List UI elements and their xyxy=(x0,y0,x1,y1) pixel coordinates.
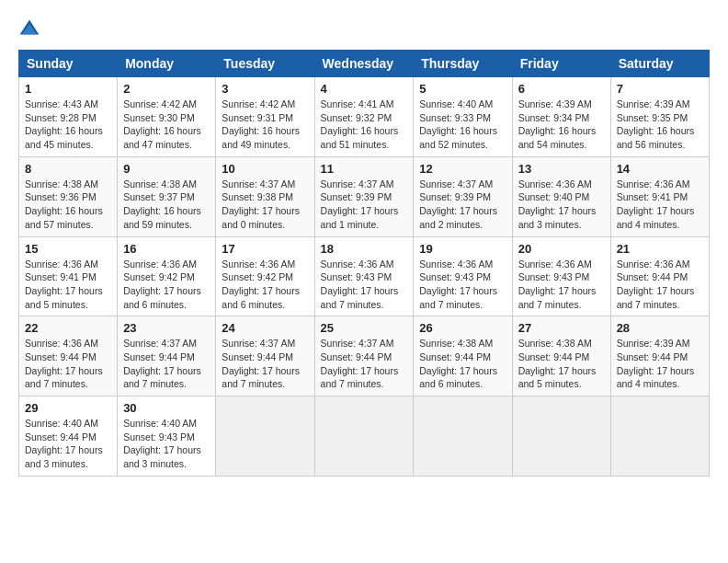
calendar-week-1: 1Sunrise: 4:43 AMSunset: 9:28 PMDaylight… xyxy=(19,77,710,157)
calendar-header-row: SundayMondayTuesdayWednesdayThursdayFrid… xyxy=(19,51,710,77)
calendar-cell: 15Sunrise: 4:36 AMSunset: 9:41 PMDayligh… xyxy=(19,236,118,316)
day-number: 16 xyxy=(123,242,210,256)
calendar-cell xyxy=(414,396,512,477)
day-number: 13 xyxy=(518,162,605,176)
day-number: 23 xyxy=(123,321,210,335)
calendar-header-tuesday: Tuesday xyxy=(216,51,314,77)
day-number: 4 xyxy=(321,82,408,96)
day-number: 9 xyxy=(123,162,210,176)
day-info: Sunrise: 4:37 AMSunset: 9:44 PMDaylight:… xyxy=(321,337,408,391)
day-info: Sunrise: 4:36 AMSunset: 9:40 PMDaylight:… xyxy=(518,178,605,232)
day-number: 19 xyxy=(419,242,506,256)
day-info: Sunrise: 4:36 AMSunset: 9:44 PMDaylight:… xyxy=(25,337,111,391)
calendar-cell: 20Sunrise: 4:36 AMSunset: 9:43 PMDayligh… xyxy=(512,236,610,316)
day-info: Sunrise: 4:39 AMSunset: 9:35 PMDaylight:… xyxy=(617,98,703,152)
day-info: Sunrise: 4:37 AMSunset: 9:39 PMDaylight:… xyxy=(419,178,506,232)
calendar-cell: 17Sunrise: 4:36 AMSunset: 9:42 PMDayligh… xyxy=(216,236,314,316)
calendar-cell: 26Sunrise: 4:38 AMSunset: 9:44 PMDayligh… xyxy=(414,316,512,396)
calendar-cell: 3Sunrise: 4:42 AMSunset: 9:31 PMDaylight… xyxy=(216,77,314,157)
day-number: 26 xyxy=(419,321,506,335)
day-info: Sunrise: 4:40 AMSunset: 9:33 PMDaylight:… xyxy=(419,98,506,152)
header xyxy=(18,18,710,40)
day-info: Sunrise: 4:40 AMSunset: 9:44 PMDaylight:… xyxy=(25,417,111,471)
day-number: 5 xyxy=(419,82,506,96)
day-number: 22 xyxy=(25,321,111,335)
day-info: Sunrise: 4:39 AMSunset: 9:44 PMDaylight:… xyxy=(617,337,703,391)
calendar-cell: 24Sunrise: 4:37 AMSunset: 9:44 PMDayligh… xyxy=(216,316,314,396)
day-number: 11 xyxy=(321,162,408,176)
day-number: 21 xyxy=(617,242,703,256)
calendar-cell: 22Sunrise: 4:36 AMSunset: 9:44 PMDayligh… xyxy=(19,316,118,396)
day-number: 2 xyxy=(123,82,210,96)
calendar-cell: 16Sunrise: 4:36 AMSunset: 9:42 PMDayligh… xyxy=(118,236,216,316)
day-info: Sunrise: 4:38 AMSunset: 9:37 PMDaylight:… xyxy=(123,178,210,232)
day-number: 8 xyxy=(25,162,111,176)
day-number: 28 xyxy=(617,321,703,335)
calendar-cell: 29Sunrise: 4:40 AMSunset: 9:44 PMDayligh… xyxy=(19,396,118,477)
day-info: Sunrise: 4:39 AMSunset: 9:34 PMDaylight:… xyxy=(518,98,605,152)
calendar-cell: 28Sunrise: 4:39 AMSunset: 9:44 PMDayligh… xyxy=(610,316,709,396)
day-number: 12 xyxy=(419,162,506,176)
calendar-cell: 9Sunrise: 4:38 AMSunset: 9:37 PMDaylight… xyxy=(118,156,216,236)
day-number: 14 xyxy=(617,162,703,176)
day-info: Sunrise: 4:36 AMSunset: 9:44 PMDaylight:… xyxy=(617,258,703,312)
day-info: Sunrise: 4:42 AMSunset: 9:30 PMDaylight:… xyxy=(123,98,210,152)
calendar-cell: 21Sunrise: 4:36 AMSunset: 9:44 PMDayligh… xyxy=(610,236,709,316)
day-info: Sunrise: 4:38 AMSunset: 9:44 PMDaylight:… xyxy=(518,337,605,391)
calendar-body: 1Sunrise: 4:43 AMSunset: 9:28 PMDaylight… xyxy=(19,77,710,477)
calendar-cell xyxy=(314,396,414,477)
day-info: Sunrise: 4:43 AMSunset: 9:28 PMDaylight:… xyxy=(25,98,111,152)
calendar-cell: 25Sunrise: 4:37 AMSunset: 9:44 PMDayligh… xyxy=(314,316,414,396)
calendar-week-5: 29Sunrise: 4:40 AMSunset: 9:44 PMDayligh… xyxy=(19,396,710,477)
calendar-header-saturday: Saturday xyxy=(610,51,709,77)
calendar-cell: 13Sunrise: 4:36 AMSunset: 9:40 PMDayligh… xyxy=(512,156,610,236)
day-info: Sunrise: 4:37 AMSunset: 9:44 PMDaylight:… xyxy=(222,337,308,391)
calendar-table: SundayMondayTuesdayWednesdayThursdayFrid… xyxy=(18,50,710,477)
day-info: Sunrise: 4:36 AMSunset: 9:41 PMDaylight:… xyxy=(25,258,111,312)
calendar-header-friday: Friday xyxy=(512,51,610,77)
day-number: 6 xyxy=(518,82,605,96)
day-info: Sunrise: 4:37 AMSunset: 9:39 PMDaylight:… xyxy=(321,178,408,232)
day-number: 1 xyxy=(25,82,111,96)
day-number: 29 xyxy=(25,401,111,415)
calendar-cell xyxy=(216,396,314,477)
day-info: Sunrise: 4:36 AMSunset: 9:42 PMDaylight:… xyxy=(222,258,308,312)
calendar-cell: 7Sunrise: 4:39 AMSunset: 9:35 PMDaylight… xyxy=(610,77,709,157)
day-number: 20 xyxy=(518,242,605,256)
day-number: 7 xyxy=(617,82,703,96)
day-number: 10 xyxy=(222,162,308,176)
calendar-week-4: 22Sunrise: 4:36 AMSunset: 9:44 PMDayligh… xyxy=(19,316,710,396)
calendar-cell: 12Sunrise: 4:37 AMSunset: 9:39 PMDayligh… xyxy=(414,156,512,236)
day-info: Sunrise: 4:36 AMSunset: 9:42 PMDaylight:… xyxy=(123,258,210,312)
day-number: 15 xyxy=(25,242,111,256)
calendar-cell: 30Sunrise: 4:40 AMSunset: 9:43 PMDayligh… xyxy=(118,396,216,477)
calendar-cell: 1Sunrise: 4:43 AMSunset: 9:28 PMDaylight… xyxy=(19,77,118,157)
calendar-cell: 11Sunrise: 4:37 AMSunset: 9:39 PMDayligh… xyxy=(314,156,414,236)
day-number: 30 xyxy=(123,401,210,415)
calendar-cell: 8Sunrise: 4:38 AMSunset: 9:36 PMDaylight… xyxy=(19,156,118,236)
calendar-cell: 18Sunrise: 4:36 AMSunset: 9:43 PMDayligh… xyxy=(314,236,414,316)
day-number: 24 xyxy=(222,321,308,335)
day-number: 3 xyxy=(222,82,308,96)
day-info: Sunrise: 4:37 AMSunset: 9:38 PMDaylight:… xyxy=(222,178,308,232)
day-info: Sunrise: 4:41 AMSunset: 9:32 PMDaylight:… xyxy=(321,98,408,152)
logo xyxy=(18,18,44,40)
calendar-cell: 27Sunrise: 4:38 AMSunset: 9:44 PMDayligh… xyxy=(512,316,610,396)
day-info: Sunrise: 4:40 AMSunset: 9:43 PMDaylight:… xyxy=(123,417,210,471)
calendar-cell: 2Sunrise: 4:42 AMSunset: 9:30 PMDaylight… xyxy=(118,77,216,157)
day-info: Sunrise: 4:38 AMSunset: 9:36 PMDaylight:… xyxy=(25,178,111,232)
calendar-cell: 4Sunrise: 4:41 AMSunset: 9:32 PMDaylight… xyxy=(314,77,414,157)
calendar-header-monday: Monday xyxy=(118,51,216,77)
day-info: Sunrise: 4:36 AMSunset: 9:43 PMDaylight:… xyxy=(321,258,408,312)
calendar-week-2: 8Sunrise: 4:38 AMSunset: 9:36 PMDaylight… xyxy=(19,156,710,236)
day-info: Sunrise: 4:42 AMSunset: 9:31 PMDaylight:… xyxy=(222,98,308,152)
calendar-header-sunday: Sunday xyxy=(19,51,118,77)
day-info: Sunrise: 4:36 AMSunset: 9:43 PMDaylight:… xyxy=(419,258,506,312)
day-info: Sunrise: 4:37 AMSunset: 9:44 PMDaylight:… xyxy=(123,337,210,391)
calendar-cell: 23Sunrise: 4:37 AMSunset: 9:44 PMDayligh… xyxy=(118,316,216,396)
calendar-header-wednesday: Wednesday xyxy=(314,51,414,77)
day-number: 17 xyxy=(222,242,308,256)
calendar-cell: 6Sunrise: 4:39 AMSunset: 9:34 PMDaylight… xyxy=(512,77,610,157)
calendar-header-thursday: Thursday xyxy=(414,51,512,77)
day-info: Sunrise: 4:36 AMSunset: 9:41 PMDaylight:… xyxy=(617,178,703,232)
